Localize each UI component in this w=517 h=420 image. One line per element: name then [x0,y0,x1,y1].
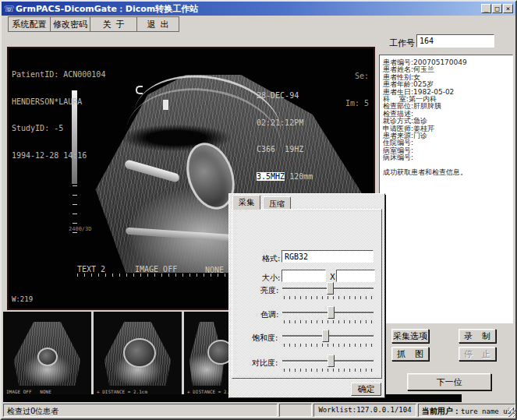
ok-button[interactable]: 确定 [351,383,381,396]
contrast-slider[interactable] [282,354,374,371]
slider-thumb[interactable] [328,306,335,319]
app-icon: ☏ [4,4,16,14]
overlay-line: Se: [320,72,369,81]
saturation-label: 饱和度: [252,333,278,344]
hue-label: 色调: [260,309,278,320]
statusbar-patients: 检查过0位患者 [3,404,278,417]
thumbnail-image-1[interactable]: IMAGE OFF NONE [3,312,91,396]
size-label: 大小: [262,273,280,284]
capture-tab-panel: 格式: 大小: X 亮度: 色调: 饱和度: [232,209,382,379]
menu-exit[interactable]: 退 出 [136,16,179,32]
thumbnail-structure [37,348,58,366]
slider-thumb[interactable] [328,355,335,367]
slider-thumb[interactable] [322,330,329,342]
overlay-window-level: W:219 L:109 Size: 640x480p2 [12,280,75,310]
size-separator: X [330,273,335,281]
slider-ticks [284,344,372,347]
capture-settings-dialog: 采集 压缩 格式: 大小: X 亮度: 色调: 饱和度: [228,193,385,398]
overlay-line: W:219 [12,295,75,303]
overlay-line: C366 19HZ [257,145,313,154]
bottom-ruler-text2: IMAGE OFF [135,265,177,274]
statusbar-worklist: Worklist:127.0.0.1/104 [313,404,416,417]
patient-info-line: 病床编号: [383,154,509,161]
thumbnail-structure [123,338,156,368]
overlay-line: 1994-12-28 14:16 [12,151,105,161]
format-label: 格式: [262,253,280,264]
capture-options-button[interactable]: 采集选项 [391,329,429,343]
overlay-line: 02:21:12PM [257,118,313,128]
work-number-input[interactable] [416,34,494,48]
maximize-button[interactable]: □ [492,4,502,13]
thumbnail-caption: + DISTANCE = 2.1cm [187,389,229,394]
format-input[interactable] [282,250,374,263]
menu-about[interactable]: 关 于 [90,16,137,32]
overlay-line: PatientID: ACN000104 [12,70,105,79]
overlay-line: HENDERSON*LAURA [12,97,105,107]
slider-ticks [284,369,372,372]
hue-slider[interactable] [282,305,374,323]
focus-marker [163,100,168,110]
overlay-line: Im: 5 [320,99,369,108]
overlay-line: 120mm [285,172,313,181]
close-button[interactable]: × [503,4,513,13]
status-message: 成功获取患者和检查信息。 [383,169,509,176]
tab-capture[interactable]: 采集 [232,195,260,210]
tab-compression[interactable]: 压缩 [263,196,291,210]
next-patient-button[interactable]: 下一位 [407,373,491,390]
thumbnail-strip: IMAGE OFF NONE + DISTANCE = 2.1cm + DIST… [3,312,229,396]
window-title: GrmPACS-DicomGate：Dicom转换工作站 [16,3,198,15]
brightness-label: 亮度: [260,285,278,296]
resize-grip-icon[interactable] [508,408,517,417]
overlay-patient-id: PatientID: ACN000104 HENDERSON*LAURA Stu… [12,52,105,178]
slider-ticks [284,296,372,299]
frequency-highlight: 3.5MHZ [257,172,285,181]
orientation-marker [136,86,143,94]
menu-change-password[interactable]: 修改密码 [50,16,90,32]
size-width-input[interactable] [282,270,326,282]
patient-info-box: 患者编号:200705170049 患者姓名:何玉兰 患者性别:女 患者年龄:0… [379,55,513,323]
current-user-label: 当前用户： [422,407,461,415]
scale-marker-text: 2400/3D [69,225,92,235]
bottom-ruler-text1: TEXT 2 [77,265,105,274]
slider-ticks [284,320,372,323]
overlay-line: 28-DEC-94 [257,91,313,101]
brightness-slider[interactable] [282,281,374,298]
overlay-line: StudyID: -5 [12,124,105,133]
thumbnail-structure [207,340,229,365]
slider-thumb[interactable] [327,282,334,295]
minimize-button[interactable]: _ [481,4,491,13]
grab-image-button[interactable]: 抓 图 [391,347,429,361]
thumbnail-image-3[interactable]: + DISTANCE = 2.1cm [184,312,229,396]
thumbnail-caption: + DISTANCE = 2.1cm [97,389,147,394]
contrast-label: 对比度: [252,358,278,369]
app-window: ☏ GrmPACS-DicomGate：Dicom转换工作站 _ □ × 系统配… [0,0,517,420]
menu-system-config[interactable]: 系统配置 [8,16,51,32]
anechoic-band [102,120,250,156]
overlay-series-info: Se: Im: 5 [320,54,369,125]
statusbar-spacer [279,404,312,417]
thumbnail-image-2[interactable]: + DISTANCE = 2.1cm [94,312,182,396]
title-bar: ☏ GrmPACS-DicomGate：Dicom转换工作站 [2,2,515,16]
stop-button[interactable]: 停 止 [459,347,496,361]
saturation-slider[interactable] [282,329,374,346]
statusbar-current-user: 当前用户：ture name usl [418,404,515,417]
record-button[interactable]: 录 制 [459,329,496,343]
size-height-input[interactable] [336,270,375,282]
thumbnail-caption: IMAGE OFF NONE [6,389,51,394]
